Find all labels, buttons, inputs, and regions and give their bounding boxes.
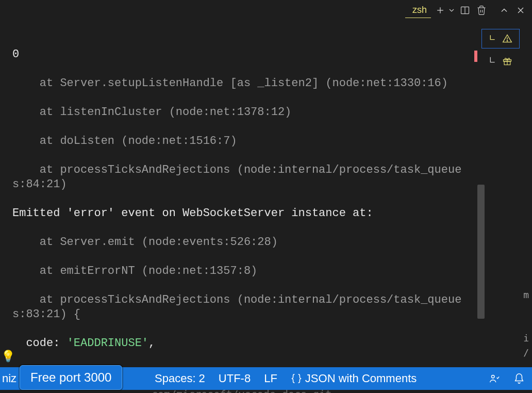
feedback-icon	[489, 373, 500, 384]
gift-icon	[502, 56, 512, 67]
obscured-url-text: .com/microsoft/vscode-docs.git	[145, 388, 331, 393]
terminal-line: Emitted 'error' event on WebSocketServer…	[12, 206, 470, 221]
braces-icon	[291, 373, 302, 384]
terminal-line: 0	[12, 47, 470, 62]
free-port-button[interactable]: Free port 3000	[20, 365, 122, 390]
svg-point-12	[507, 41, 507, 41]
split-terminal-button[interactable]	[458, 3, 472, 18]
scrollbar-track[interactable]	[477, 25, 485, 364]
kill-terminal-button[interactable]	[474, 3, 489, 18]
terminal-line: at Server.emit (node:events:526:28)	[12, 235, 470, 250]
scrollbar-thumb[interactable]	[477, 185, 485, 319]
terminal-tab-label: zsh	[412, 5, 427, 15]
terminal-line: at processTicksAndRejections (node:inter…	[12, 163, 470, 192]
terminal-line: at emitErrorNT (node:net:1357:8)	[12, 264, 470, 279]
maximize-panel-button[interactable]	[497, 3, 511, 18]
lightbulb-icon[interactable]: 💡	[1, 350, 15, 363]
status-eol[interactable]: LF	[264, 372, 277, 385]
new-terminal-button[interactable]	[433, 3, 447, 18]
terminal-line: code: 'EADDRINUSE',	[12, 336, 470, 351]
status-bar: .com/microsoft/vscode-docs.git Spaces: 2…	[0, 364, 532, 393]
status-feedback-button[interactable]	[489, 373, 500, 384]
warning-icon	[502, 34, 512, 44]
terminal-group-indicator-2[interactable]	[481, 52, 520, 71]
terminal-line: at doListen (node:net:1516:7)	[12, 134, 470, 149]
status-indent[interactable]: Spaces: 2	[155, 372, 205, 385]
terminal-line: at Server.setupListenHandle [as _listen2…	[12, 76, 470, 91]
status-encoding[interactable]: UTF-8	[219, 372, 251, 385]
rail-mono-text: m i /	[523, 288, 529, 360]
bell-icon	[513, 373, 525, 384]
terminal-right-rail: m i /	[474, 25, 532, 364]
new-terminal-dropdown[interactable]	[447, 3, 456, 18]
status-language-mode[interactable]: JSON with Comments	[291, 372, 417, 385]
terminal-tab-zsh[interactable]: zsh	[405, 3, 431, 18]
terminal-output[interactable]: 0 at Server.setupListenHandle [as _liste…	[0, 25, 474, 364]
svg-point-16	[492, 375, 495, 379]
close-panel-button[interactable]	[513, 3, 528, 18]
terminal-group-indicator[interactable]	[481, 29, 520, 48]
terminal-line: at processTicksAndRejections (node:inter…	[12, 293, 470, 322]
status-notifications-button[interactable]	[513, 373, 525, 384]
status-left-fragment[interactable]: niz	[0, 369, 21, 388]
terminal-tabbar: zsh	[0, 0, 532, 21]
branch-down-icon	[489, 34, 499, 44]
branch-end-icon	[489, 56, 499, 67]
terminal-line: at listenInCluster (node:net:1378:12)	[12, 105, 470, 120]
